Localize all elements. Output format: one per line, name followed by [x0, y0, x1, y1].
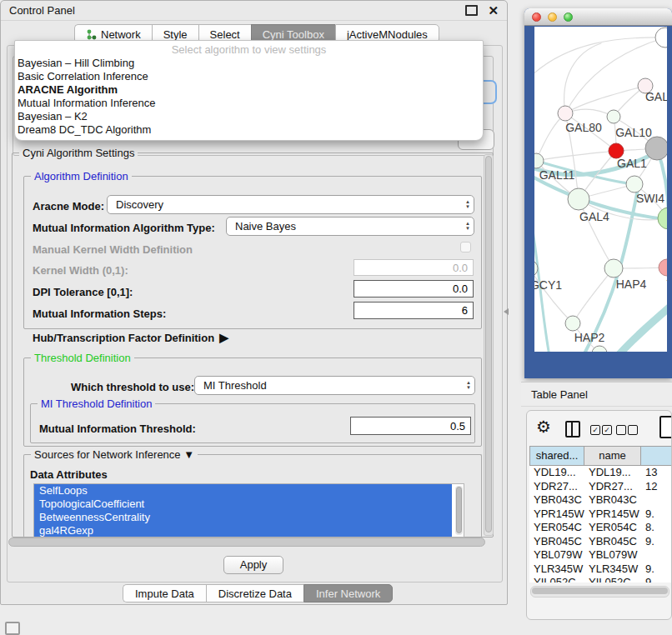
algorithm-definition-title: Algorithm Definition: [31, 170, 132, 182]
network-canvas[interactable]: GALGAL80GAL10GAL1GAL11SWI4GAL4GCY1HAP4YH…: [534, 27, 667, 352]
table-row[interactable]: YDR27...YDR27...12: [529, 480, 672, 494]
tab-label: jActiveMNodules: [347, 28, 428, 41]
network-node-hap2[interactable]: [565, 316, 580, 331]
unchecked-checkbox-icon[interactable]: [616, 425, 626, 435]
mi-threshold-field[interactable]: [350, 417, 471, 435]
network-icon: [86, 29, 97, 40]
list-scrollbar[interactable]: [455, 486, 463, 535]
data-attributes-list[interactable]: SelfLoopsTopologicalCoefficientBetweenne…: [33, 483, 464, 538]
network-edge[interactable]: [536, 151, 616, 161]
column-header-hidden[interactable]: [641, 446, 672, 466]
which-threshold-select[interactable]: MI Threshold ▲▼: [194, 376, 475, 395]
table-row[interactable]: YER054CYER054C8.: [529, 521, 672, 535]
dropdown-item-bayesian-hill-climbing[interactable]: Bayesian – Hill Climbing: [15, 57, 483, 70]
table-row[interactable]: YBR043CYBR043C: [529, 493, 672, 508]
list-item-topologicalcoefficient[interactable]: TopologicalCoefficient: [34, 498, 452, 511]
mi-steps-field[interactable]: [354, 302, 474, 319]
checked-checkbox-icon[interactable]: ✓: [590, 425, 600, 435]
network-node-gal11[interactable]: [534, 153, 544, 168]
network-node[interactable]: [645, 137, 667, 160]
spinner-arrows-icon: ▲▼: [466, 381, 471, 390]
settings-horizontal-scrollbar[interactable]: [8, 538, 485, 548]
tab-label: Cyni Toolbox: [263, 28, 324, 41]
dropdown-item-mutual-information-inference[interactable]: Mutual Information Inference: [15, 97, 483, 110]
table-cell: 9: [641, 576, 672, 582]
list-item-gal4rgexp[interactable]: gal4RGexp: [34, 524, 452, 538]
dpi-tolerance-field[interactable]: [354, 280, 474, 298]
mi-type-select[interactable]: Naive Bayes ▲▼: [226, 217, 474, 236]
table-cell: YIL052C: [529, 576, 584, 582]
node-label-gal10: GAL10: [615, 126, 652, 139]
control-panel-titlebar: Control Panel ✕: [1, 1, 507, 21]
network-edge[interactable]: [536, 113, 565, 161]
table-row[interactable]: YBR045CYBR045C9.: [529, 535, 672, 549]
tab-impute-data[interactable]: Impute Data: [123, 584, 206, 602]
network-node-swi4[interactable]: [626, 176, 643, 192]
columns-icon[interactable]: [565, 421, 580, 438]
column-header-shared[interactable]: shared...: [529, 446, 584, 466]
dropdown-item-basic-correlation-inference[interactable]: Basic Correlation Inference: [15, 70, 483, 83]
tab-infer-network[interactable]: Infer Network: [303, 584, 393, 602]
table-row[interactable]: YLR345WYLR345W9.: [529, 562, 672, 577]
document-icon[interactable]: [659, 416, 672, 438]
column-header-name[interactable]: name: [584, 446, 641, 466]
hub-definition-expander[interactable]: Hub/Transcription Factor Definition▶: [33, 331, 228, 344]
dropdown-item-aracne-algorithm[interactable]: ARACNE Algorithm: [15, 83, 483, 97]
table-cell: YDR27...: [584, 480, 641, 494]
mac-minimize-button[interactable]: [548, 12, 557, 22]
float-window-icon[interactable]: [465, 5, 478, 16]
kernel-width-field[interactable]: [354, 259, 474, 276]
table-row[interactable]: YPR145WYPR145W9.: [529, 508, 672, 522]
table-cell: YBR045C: [529, 535, 584, 549]
mac-zoom-button[interactable]: [564, 12, 573, 22]
threshold-definition-title: Threshold Definition: [31, 352, 134, 364]
network-edge[interactable]: [564, 43, 601, 113]
panel-title: Control Panel: [9, 4, 75, 17]
table-cell: YPR145W: [584, 508, 641, 522]
control-panel-window: Control Panel ✕ NetworkStyleSelectCyni T…: [0, 0, 508, 605]
dropdown-item-dream8-dc-tdc-algorithm[interactable]: Dream8 DC_TDC Algorithm: [15, 123, 483, 137]
collapsed-panel-icon[interactable]: [5, 622, 20, 635]
sources-group-title[interactable]: Sources for Network Inference ▼: [31, 448, 198, 461]
checked-checkbox-icon[interactable]: ✓: [602, 425, 612, 435]
node-label-swi4: SWI4: [636, 192, 664, 205]
dropdown-item-bayesian-k2[interactable]: Bayesian – K2: [15, 110, 483, 123]
spinner-arrows-icon: ▲▼: [465, 200, 470, 209]
mac-close-button[interactable]: [532, 12, 541, 22]
network-edge[interactable]: [565, 86, 645, 113]
table-row[interactable]: YBL079WYBL079W: [529, 548, 672, 562]
table-cell: YDR27...: [529, 480, 584, 494]
table-row[interactable]: YIL052CYIL052C9: [529, 576, 672, 582]
network-node-hap4[interactable]: [604, 259, 623, 278]
network-edge-highlighted[interactable]: [613, 300, 667, 352]
table-row[interactable]: YDL19...YDL19...13: [529, 466, 672, 480]
network-node-gal10[interactable]: [607, 110, 620, 123]
which-threshold-value: MI Threshold: [203, 379, 267, 392]
network-node[interactable]: [592, 346, 607, 352]
network-node-y[interactable]: [659, 259, 667, 276]
expand-right-icon: ▶: [219, 331, 228, 344]
manual-kernel-label: Manual Kernel Width Definition: [33, 243, 193, 256]
gear-icon[interactable]: ⚙: [536, 418, 551, 436]
aracne-mode-select[interactable]: Discovery ▲▼: [107, 195, 474, 214]
splitter-collapse-icon[interactable]: [504, 308, 509, 315]
list-item-betweennesscentrality[interactable]: BetweennessCentrality: [34, 511, 452, 524]
tab-discretize-data[interactable]: Discretize Data: [206, 584, 303, 602]
table-cell: 9.: [641, 508, 672, 522]
network-edge[interactable]: [573, 268, 614, 323]
network-node[interactable]: [658, 208, 667, 229]
apply-button[interactable]: Apply: [223, 556, 283, 574]
close-icon[interactable]: ✕: [488, 6, 499, 16]
network-node[interactable]: [655, 28, 667, 48]
network-view-window: GALGAL80GAL10GAL1GAL11SWI4GAL4GCY1HAP4YH…: [524, 8, 672, 378]
table-horizontal-scrollbar[interactable]: [530, 586, 669, 598]
list-item-selfloops[interactable]: SelfLoops: [34, 484, 452, 498]
cyni-bottom-tab-bar: Impute DataDiscretize DataInfer Network: [123, 584, 393, 602]
settings-vertical-scrollbar[interactable]: [484, 154, 494, 536]
network-node-gal4[interactable]: [568, 188, 589, 210]
network-node-gal80[interactable]: [558, 106, 573, 121]
table-cell: YBR045C: [584, 535, 641, 549]
unchecked-checkbox-icon[interactable]: [628, 425, 638, 435]
hub-definition-label: Hub/Transcription Factor Definition: [33, 332, 214, 344]
manual-kernel-checkbox[interactable]: [460, 242, 471, 252]
